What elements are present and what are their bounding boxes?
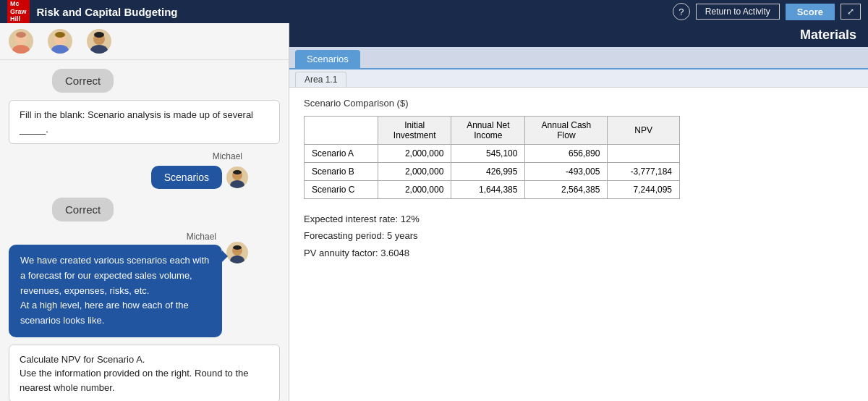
- michael-avatar-2: [226, 242, 248, 263]
- svg-point-3: [16, 32, 26, 38]
- table-row: Scenario B 2,000,000 426,995 -493,005 -3…: [305, 163, 680, 181]
- main-layout: Correct Fill in the blank: Scenario anal…: [0, 23, 868, 401]
- blue-bubble: We have created various scenarios each w…: [9, 245, 222, 337]
- row-label-a: Scenario A: [305, 145, 378, 163]
- row-b-income: 426,995: [451, 163, 525, 181]
- svg-point-17: [233, 245, 242, 250]
- fill-question-text: Fill in the blank: Scenario analysis is …: [20, 109, 253, 135]
- row-b-npv: -3,777,184: [608, 163, 680, 181]
- row-c-income: 1,644,385: [451, 181, 525, 199]
- info-text: Expected interest rate: 12% Forecasting …: [304, 211, 854, 261]
- row-c-cashflow: 2,564,385: [525, 181, 608, 199]
- michael-label-1: Michael: [213, 151, 242, 161]
- correct-bubble-2: Correct: [52, 198, 114, 221]
- content-area: Scenario Comparison ($) InitialInvestmen…: [289, 88, 868, 271]
- section-title: Scenario Comparison ($): [304, 98, 854, 109]
- col-header-cash-flow: Annual CashFlow: [525, 117, 608, 145]
- materials-header: Materials: [289, 23, 868, 47]
- tab-bar: Scenarios: [289, 47, 868, 69]
- sub-tab-area[interactable]: Area 1.1: [295, 72, 346, 87]
- row-label-c: Scenario C: [305, 181, 378, 199]
- calculate-prompt-text: Calculate NPV for Scenario A.Use the inf…: [20, 354, 249, 393]
- michael-label-2: Michael: [9, 232, 216, 242]
- row-a-income: 545,100: [451, 145, 525, 163]
- avatar-user2: [48, 29, 72, 54]
- forecasting-period-text: Forecasting period: 5 years: [304, 227, 854, 244]
- left-panel: Correct Fill in the blank: Scenario anal…: [0, 23, 289, 401]
- table-row: Scenario C 2,000,000 1,644,385 2,564,385…: [305, 181, 680, 199]
- help-button[interactable]: ?: [673, 3, 690, 20]
- avatar-row: [0, 23, 289, 60]
- col-header-initial: InitialInvestment: [378, 117, 451, 145]
- row-a-cashflow: 656,890: [525, 145, 608, 163]
- scenarios-response-bubble: Scenarios: [151, 166, 222, 189]
- svg-point-13: [230, 180, 244, 188]
- right-panel: Materials Scenarios Area 1.1 Scenario Co…: [289, 23, 868, 401]
- calculate-prompt-bubble: Calculate NPV for Scenario A.Use the inf…: [9, 345, 280, 401]
- pv-annuity-text: PV annuity factor: 3.6048: [304, 245, 854, 261]
- svg-point-5: [51, 45, 69, 54]
- col-header-net-income: Annual NetIncome: [451, 117, 525, 145]
- tab-scenarios[interactable]: Scenarios: [295, 50, 360, 68]
- score-button[interactable]: Score: [786, 4, 835, 20]
- row-b-cashflow: -493,005: [525, 163, 608, 181]
- avatar-user3: [87, 29, 111, 54]
- table-row: Scenario A 2,000,000 545,100 656,890: [305, 145, 680, 163]
- svg-point-14: [233, 170, 242, 174]
- app-title: Risk and Capital Budgeting: [37, 6, 673, 18]
- svg-point-11: [94, 32, 104, 38]
- correct-bubble: Correct: [52, 69, 114, 93]
- row-b-initial: 2,000,000: [378, 163, 451, 181]
- interest-rate-text: Expected interest rate: 12%: [304, 211, 854, 227]
- col-header-npv: NPV: [608, 117, 680, 145]
- mcgraw-logo: Mc Graw Hill: [7, 0, 30, 25]
- row-a-initial: 2,000,000: [378, 145, 451, 163]
- svg-point-9: [90, 45, 108, 54]
- row-c-npv: 7,244,095: [608, 181, 680, 199]
- avatar-user1: [9, 29, 33, 54]
- row-c-initial: 2,000,000: [378, 181, 451, 199]
- scenario-table: InitialInvestment Annual NetIncome Annua…: [304, 116, 680, 199]
- top-header: Mc Graw Hill Risk and Capital Budgeting …: [0, 0, 868, 23]
- expand-button[interactable]: ⤢: [841, 4, 861, 20]
- svg-point-1: [12, 45, 30, 54]
- col-header-empty: [305, 117, 378, 145]
- fill-question-bubble: Fill in the blank: Scenario analysis is …: [9, 100, 280, 144]
- chat-area: Correct Fill in the blank: Scenario anal…: [0, 60, 289, 401]
- blue-bubble-text: We have created various scenarios each w…: [20, 255, 209, 326]
- row-label-b: Scenario B: [305, 163, 378, 181]
- row-a-npv: [608, 145, 680, 163]
- michael-avatar-1: [226, 166, 248, 188]
- return-to-activity-button[interactable]: Return to Activity: [696, 4, 780, 20]
- svg-point-16: [230, 256, 244, 263]
- tab-sub-bar: Area 1.1: [289, 69, 868, 88]
- svg-point-7: [55, 32, 65, 38]
